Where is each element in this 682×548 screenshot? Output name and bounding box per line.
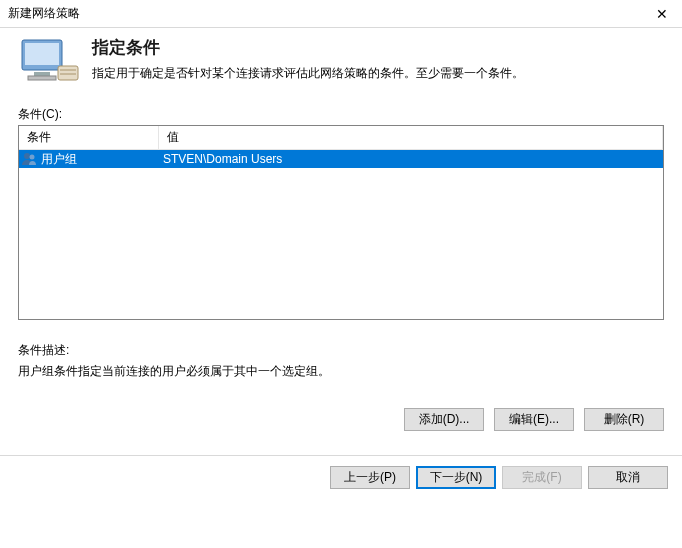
prev-button[interactable]: 上一步(P)	[330, 466, 410, 489]
close-icon: ✕	[656, 6, 668, 22]
col-header-value[interactable]: 值	[159, 126, 663, 149]
list-header: 条件 值	[19, 126, 663, 150]
wizard-header: 指定条件 指定用于确定是否针对某个连接请求评估此网络策略的条件。至少需要一个条件…	[0, 28, 682, 88]
svg-point-8	[30, 155, 35, 160]
next-button[interactable]: 下一步(N)	[416, 466, 496, 489]
finish-button: 完成(F)	[502, 466, 582, 489]
condition-buttons: 添加(D)... 编辑(E)... 删除(R)	[0, 380, 682, 431]
svg-rect-2	[34, 72, 50, 76]
svg-point-7	[24, 153, 30, 159]
edit-button[interactable]: 编辑(E)...	[494, 408, 574, 431]
wizard-nav-buttons: 上一步(P) 下一步(N) 完成(F) 取消	[0, 455, 682, 499]
cancel-button[interactable]: 取消	[588, 466, 668, 489]
svg-rect-4	[58, 66, 78, 80]
svg-rect-1	[25, 43, 59, 65]
page-subtitle: 指定用于确定是否针对某个连接请求评估此网络策略的条件。至少需要一个条件。	[92, 65, 524, 82]
conditions-listbox[interactable]: 条件 值 用户组 STVEN\Domain Users	[18, 125, 664, 320]
titlebar: 新建网络策略 ✕	[0, 0, 682, 28]
description-text: 用户组条件指定当前连接的用户必须属于其中一个选定组。	[18, 363, 664, 380]
cell-value: STVEN\Domain Users	[159, 152, 663, 166]
cell-condition: 用户组	[41, 151, 159, 168]
close-button[interactable]: ✕	[642, 0, 682, 28]
remove-button[interactable]: 删除(R)	[584, 408, 664, 431]
page-title: 指定条件	[92, 36, 524, 59]
wizard-header-text: 指定条件 指定用于确定是否针对某个连接请求评估此网络策略的条件。至少需要一个条件…	[92, 36, 524, 82]
content-area: 条件(C): 条件 值 用户组 STVEN\Domain Users 条件描述:…	[0, 88, 682, 380]
description-label: 条件描述:	[18, 342, 664, 359]
col-header-condition[interactable]: 条件	[19, 126, 159, 149]
list-row[interactable]: 用户组 STVEN\Domain Users	[19, 150, 663, 168]
add-button[interactable]: 添加(D)...	[404, 408, 484, 431]
user-group-icon	[21, 151, 37, 167]
window-title: 新建网络策略	[8, 5, 80, 22]
conditions-label: 条件(C):	[18, 106, 664, 123]
svg-rect-3	[28, 76, 56, 80]
wizard-icon	[18, 36, 80, 86]
description-block: 条件描述: 用户组条件指定当前连接的用户必须属于其中一个选定组。	[18, 342, 664, 380]
